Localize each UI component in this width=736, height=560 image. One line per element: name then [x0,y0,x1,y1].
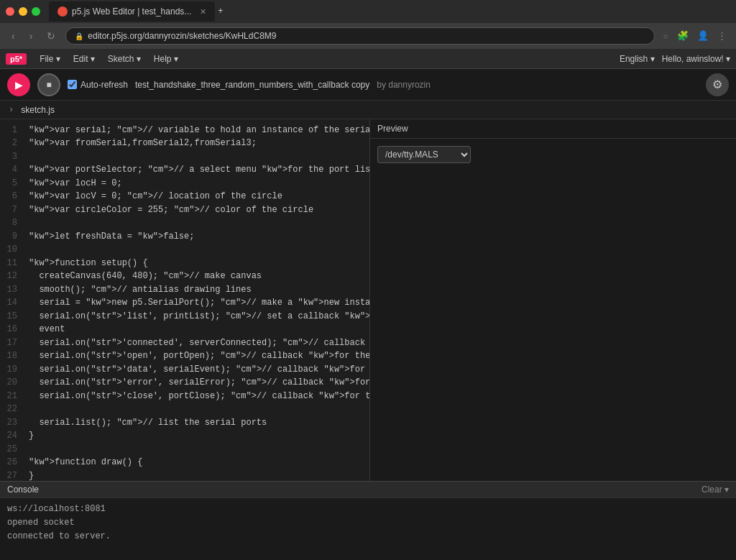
maximize-window-button[interactable] [32,7,40,16]
code-line: "kw">function draw() { [29,456,364,470]
code-line: "kw">function setup() { [29,257,364,270]
user-greeting[interactable]: Hello, awinslow! ▾ [662,54,730,64]
console-line: opened socket [7,516,729,530]
code-line: smooth(); "cm">// antialias drawing line… [29,283,364,297]
settings-button[interactable]: ⚙ [706,73,729,96]
tab-bar: p5.js Web Editor | test_hands... ✕ + [0,0,736,23]
sketch-menu[interactable]: Sketch ▾ [102,52,147,65]
extensions-icon[interactable]: 🧩 [675,28,691,44]
file-bar: › sketch.js [0,101,736,119]
code-line: serial.on("str">'list', printList); "cm"… [29,310,364,323]
code-line: serial.on("str">'data', serialEvent); "c… [29,363,364,377]
help-menu[interactable]: Help ▾ [148,52,184,65]
line-numbers: 1234567891011121314151617181920212223242… [0,119,23,481]
console-panel: Console Clear ▾ ws://localhost:8081opene… [0,481,736,560]
code-line [29,443,364,456]
editor-topbar: p5* File ▾ Edit ▾ Sketch ▾ Help ▾ Englis… [0,49,736,69]
address-bar[interactable]: 🔒 editor.p5js.org/dannyrozin/sketches/Kw… [65,27,655,45]
browser-nav: ‹ › ↻ 🔒 editor.p5js.org/dannyrozin/sketc… [0,23,736,49]
code-line: "kw">var locH = 0; [29,177,364,191]
browser-tab-active[interactable]: p5.js Web Editor | test_hands... ✕ [49,1,215,22]
code-area[interactable]: 1234567891011121314151617181920212223242… [0,119,369,481]
sketch-title: test_handshake_three_random_numbers_with… [135,80,369,90]
preview-content: /dev/tty.MALS [370,139,736,481]
nav-actions: ☆ 🧩 👤 ⋮ [661,28,729,44]
console-header: Console Clear ▾ [0,482,736,498]
language-selector[interactable]: English ▾ [620,54,655,64]
new-tab-button[interactable]: + [218,6,223,17]
code-line: } [29,469,364,481]
code-line: serial.list(); "cm">// list the serial p… [29,416,364,430]
tab-favicon [58,6,68,17]
code-line [29,150,364,164]
refresh-button[interactable]: ↻ [42,29,60,43]
port-selector[interactable]: /dev/tty.MALS [377,146,471,163]
console-content: ws://localhost:8081opened socketconnecte… [0,498,736,560]
tab-close-button[interactable]: ✕ [200,7,206,17]
code-line: } [29,430,364,444]
code-line [29,403,364,417]
editor-wrapper: p5* File ▾ Edit ▾ Sketch ▾ Help ▾ Englis… [0,49,736,560]
sketch-author: by dannyrozin [377,80,431,90]
edit-menu[interactable]: Edit ▾ [68,52,101,65]
star-icon[interactable]: ☆ [661,28,671,44]
auto-refresh-checkbox[interactable] [68,80,77,89]
play-button[interactable]: ▶ [7,73,30,96]
forward-button[interactable]: › [25,29,37,43]
sidebar-toggle[interactable]: › [6,104,17,116]
code-line: serial = "kw">new p5.SerialPort(); "cm">… [29,297,364,311]
code-line: serial.on("str">'error', serialError); "… [29,377,364,390]
code-line: "kw">let freshData = "kw">false; [29,230,364,244]
auto-refresh-text: Auto-refresh [80,80,128,90]
code-line: event [29,323,364,337]
code-line: serial.on("str">'open', portOpen); "cm">… [29,350,364,364]
code-line: "kw">var portSelector; "cm">// a select … [29,164,364,178]
console-line: ws://localhost:8081 [7,502,729,516]
console-title: Console [7,485,39,495]
editor-toolbar: ▶ ■ Auto-refresh test_handshake_three_ra… [0,69,736,101]
file-menu[interactable]: File ▾ [34,52,66,65]
code-line [29,244,364,257]
menu-bar: File ▾ Edit ▾ Sketch ▾ Help ▾ [34,52,184,65]
code-line: serial.on("str">'close', portClose); "cm… [29,390,364,403]
minimize-window-button[interactable] [19,7,27,16]
auto-refresh-label: Auto-refresh [68,80,128,90]
main-content: 1234567891011121314151617181920212223242… [0,119,736,481]
code-editor: 1234567891011121314151617181920212223242… [0,119,369,481]
close-window-button[interactable] [6,7,14,16]
code-line: serial.on("str">'connected', serverConne… [29,336,364,350]
url-text: editor.p5js.org/dannyrozin/sketches/KwHL… [88,31,276,41]
preview-header: Preview [370,119,736,139]
console-line: connected to server. [7,530,729,543]
code-line: createCanvas(640, 480); "cm">// make can… [29,270,364,284]
code-line: "kw">var circleColor = 255; "cm">// colo… [29,203,364,217]
code-line: "kw">var fromSerial,fromSerial2,fromSeri… [29,137,364,151]
back-button[interactable]: ‹ [7,29,19,43]
lock-icon: 🔒 [75,32,83,40]
clear-button[interactable]: Clear ▾ [702,485,729,495]
profile-icon[interactable]: 👤 [695,28,711,44]
preview-label: Preview [377,124,408,134]
stop-button[interactable]: ■ [37,73,60,96]
code-content[interactable]: "kw">var serial; "cm">// variable to hol… [23,119,369,481]
p5-logo: p5* [6,53,27,65]
code-line: "kw">var locV = 0; "cm">// location of t… [29,191,364,204]
file-tab[interactable]: sketch.js [21,105,55,115]
tab-title: p5.js Web Editor | test_hands... [72,6,191,17]
code-line [29,217,364,231]
code-line: "kw">var serial; "cm">// variable to hol… [29,124,364,137]
traffic-lights [6,7,40,16]
preview-panel: Preview /dev/tty.MALS [369,119,736,481]
settings-icon[interactable]: ⋮ [715,28,729,44]
